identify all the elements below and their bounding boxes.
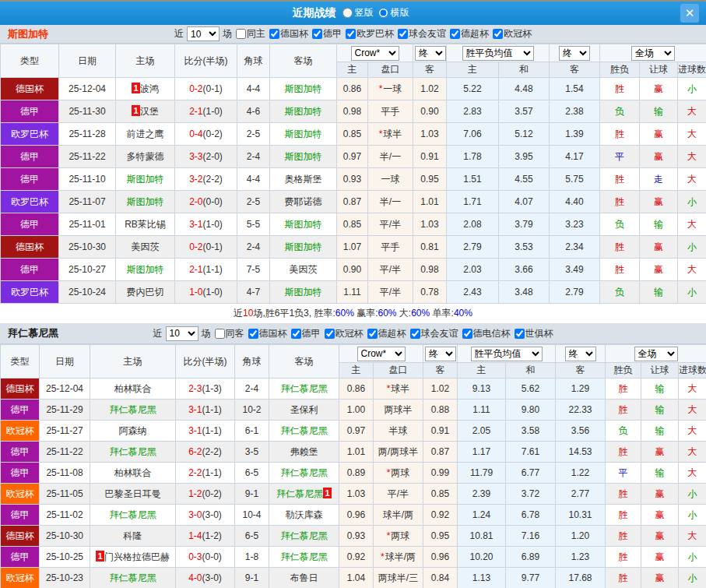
card-badge: 1 <box>132 83 140 93</box>
league-checkbox-0-label[interactable]: 德国杯 <box>246 327 287 340</box>
league-checkbox-1-label[interactable]: 德甲 <box>289 327 321 340</box>
final-select-1[interactable]: 终 <box>415 46 446 61</box>
team-link[interactable]: 拜仁慕尼黑 <box>110 404 156 415</box>
result-handicap: 赢 <box>641 547 679 568</box>
team-link[interactable]: 拜仁慕尼黑 <box>110 572 156 583</box>
league-checkbox-3[interactable] <box>398 29 408 39</box>
league-checkbox-4-label[interactable]: 德超杯 <box>448 27 489 40</box>
avg-draw: 4.55 <box>499 168 550 191</box>
team-link[interactable]: 拜仁慕尼黑 <box>281 530 328 541</box>
league-checkbox-5-label[interactable]: 德电信杯 <box>460 327 511 340</box>
competition-badge: 德甲 <box>1 168 59 191</box>
league-checkbox-0[interactable] <box>269 29 279 39</box>
team-link[interactable]: 拜仁慕尼黑 <box>281 383 328 394</box>
layout-radio-0[interactable] <box>342 8 353 18</box>
avg-home: 1.24 <box>458 505 506 526</box>
same-venue-checkbox[interactable] <box>215 329 225 339</box>
handicap-cell: 一球 <box>368 168 413 191</box>
bookmaker-select[interactable]: Crow* <box>357 347 406 361</box>
final-select-2[interactable]: 终 <box>565 347 596 361</box>
league-checkbox-2[interactable] <box>325 329 335 339</box>
team-link[interactable]: 斯图加特 <box>285 241 322 252</box>
avg-away: 1.22 <box>556 463 606 484</box>
layout-radio-label[interactable]: 竖版 <box>342 6 374 19</box>
team-link: 科隆 <box>124 530 142 541</box>
team-cell: 勒沃库森 <box>269 505 339 526</box>
match-date: 25-12-04 <box>59 78 116 100</box>
final-select-2[interactable]: 终 <box>559 46 590 61</box>
team-link[interactable]: 斯图加特 <box>127 174 164 185</box>
team-link[interactable]: 斯图加特 <box>127 264 164 275</box>
same-venue-checkbox[interactable] <box>236 29 246 39</box>
league-checkbox-3-label[interactable]: 德超杯 <box>365 327 406 340</box>
team-link[interactable]: 斯图加特 <box>285 106 322 117</box>
league-checkbox-3[interactable] <box>367 329 378 339</box>
same-venue-checkbox-label[interactable]: 同主 <box>234 27 265 40</box>
full-match-select[interactable]: 全场 <box>634 347 678 361</box>
team-link[interactable]: 斯图加特 <box>127 196 164 207</box>
team-link[interactable]: 拜仁慕尼黑 <box>281 467 328 478</box>
bookmaker-select[interactable]: Crow* <box>351 46 399 61</box>
avg-home: 11.79 <box>458 463 506 484</box>
result-goals: 大 <box>679 526 706 547</box>
full-match-select[interactable]: 全场 <box>631 46 675 61</box>
close-button[interactable]: ✕ <box>680 4 699 23</box>
avg-away: 4.40 <box>550 191 600 213</box>
league-checkbox-3-label[interactable]: 球会友谊 <box>395 27 446 40</box>
team-link[interactable]: 拜仁慕尼黑 <box>110 446 156 457</box>
avg-odds-select[interactable]: 胜平负均值 <box>471 347 543 361</box>
result-goals: 大 <box>678 146 706 168</box>
league-checkbox-6[interactable] <box>515 329 525 339</box>
team-cell: 1门兴格拉德巴赫 <box>90 547 176 568</box>
handicap-cell: 球半/两 <box>374 505 423 526</box>
league-checkbox-5-label[interactable]: 欧冠杯 <box>490 27 532 40</box>
away-odds: 1.02 <box>413 78 447 100</box>
final-select-1[interactable]: 终 <box>425 347 456 361</box>
away-odds: 0.85 <box>423 484 458 505</box>
result-handicap: 输 <box>640 100 678 123</box>
same-venue-checkbox-label[interactable]: 同客 <box>213 327 244 340</box>
league-checkbox-0-label[interactable]: 德国杯 <box>267 27 308 40</box>
league-checkbox-2[interactable] <box>346 29 356 39</box>
corner-cell: 10-2 <box>235 400 269 421</box>
league-checkbox-6-label[interactable]: 世俱杯 <box>512 327 553 340</box>
recent-count-select[interactable]: 10 <box>187 26 220 41</box>
league-checkbox-0[interactable] <box>248 329 258 339</box>
layout-radio-label[interactable]: 横版 <box>378 6 409 19</box>
league-checkbox-1-label[interactable]: 德甲 <box>310 27 342 40</box>
competition-badge: 德甲 <box>1 463 40 484</box>
away-odds: 0.84 <box>423 568 458 588</box>
team-link[interactable]: 斯图加特 <box>285 151 322 162</box>
result-handicap: 输 <box>641 379 679 400</box>
team-link: 柏林联合 <box>114 383 152 394</box>
corner-cell: 2-4 <box>237 146 270 168</box>
layout-radio-1[interactable] <box>378 8 388 18</box>
league-checkbox-4-label[interactable]: 球会友谊 <box>408 327 458 340</box>
team-link[interactable]: 拜仁慕尼黑 <box>276 488 323 499</box>
result-handicap: 赢 <box>640 146 678 168</box>
team-link[interactable]: 斯图加特 <box>285 219 322 230</box>
team-link[interactable]: 拜仁慕尼黑 <box>110 509 156 520</box>
team-link[interactable]: 拜仁慕尼黑 <box>281 425 328 436</box>
recent-count-select[interactable]: 10 <box>166 326 198 341</box>
league-checkbox-5[interactable] <box>493 29 503 39</box>
league-checkbox-2-label[interactable]: 欧冠杯 <box>322 327 364 340</box>
league-checkbox-1[interactable] <box>312 29 322 39</box>
team-link[interactable]: 斯图加特 <box>285 129 322 139</box>
team-link[interactable]: 拜仁慕尼黑 <box>281 551 328 562</box>
league-checkbox-2-label[interactable]: 欧罗巴杯 <box>343 27 394 40</box>
team-link[interactable]: 斯图加特 <box>285 83 322 94</box>
avg-home: 2.08 <box>447 213 499 236</box>
league-checkbox-4[interactable] <box>410 329 420 339</box>
league-checkbox-5[interactable] <box>462 329 472 339</box>
result-goals: 小 <box>678 78 706 100</box>
match-row: 德国杯25-12-04柏林联合2-3(1-3)2-4拜仁慕尼黑0.86*球半1.… <box>1 379 706 400</box>
avg-draw: 4.07 <box>499 191 550 213</box>
team-link[interactable]: 斯图加特 <box>285 287 322 298</box>
match-row: 德甲25-11-301汉堡2-1(1-0)4-6斯图加特0.98平手0.902.… <box>1 100 706 123</box>
team-cell: 费耶诺德 <box>270 191 337 213</box>
star-mark: * <box>379 83 383 94</box>
league-checkbox-1[interactable] <box>291 329 301 339</box>
avg-odds-select[interactable]: 胜平负均值 <box>462 46 534 61</box>
league-checkbox-4[interactable] <box>450 29 460 39</box>
